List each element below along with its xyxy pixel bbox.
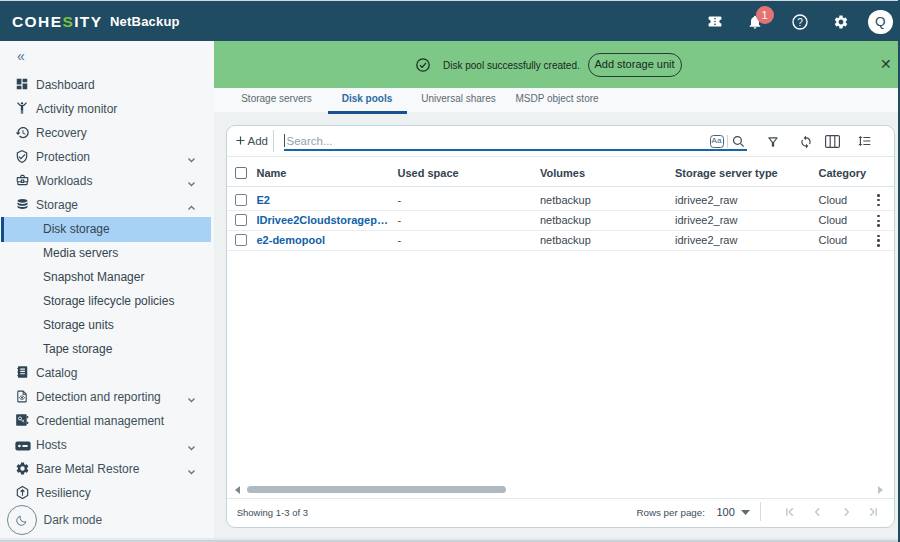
svg-text:?: ? — [797, 17, 803, 28]
